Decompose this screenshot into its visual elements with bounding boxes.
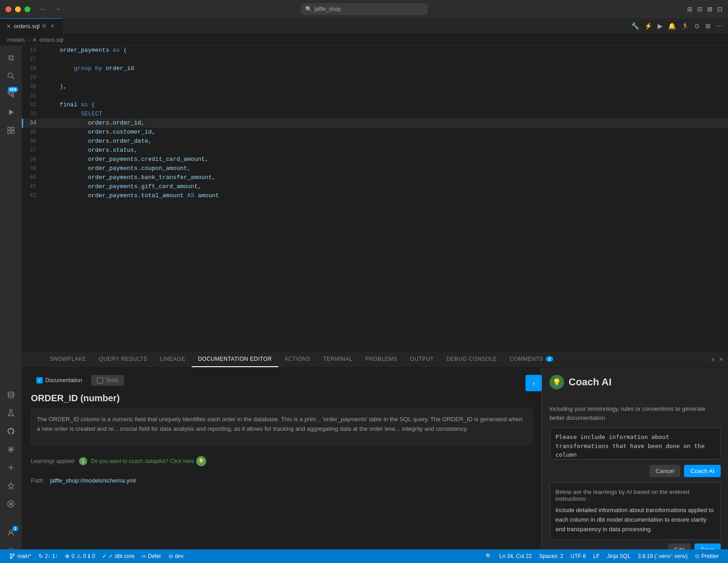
svg-rect-9: [8, 131, 10, 134]
account-icon[interactable]: 1: [3, 525, 19, 541]
file-tab-orders-sql[interactable]: ✕ orders.sql M ✕: [0, 18, 63, 34]
status-errors[interactable]: ⊗ 0 ⚠ 0 ℹ 0: [61, 549, 99, 563]
status-line-ending[interactable]: LF: [589, 549, 603, 563]
run-icon[interactable]: ▶: [658, 22, 663, 30]
status-dbt[interactable]: ✓ ✓ dbt core: [99, 549, 138, 563]
database-icon[interactable]: [3, 387, 19, 403]
more-icon[interactable]: ⋯: [716, 22, 723, 30]
branch-icon[interactable]: ⚡: [644, 22, 652, 30]
title-search[interactable]: 🔍 jaffle_shop: [301, 3, 428, 15]
panel-tab-comments[interactable]: COMMENTS 2: [503, 351, 560, 367]
tests-check-icon: [97, 377, 103, 384]
coach-ai-button[interactable]: Coach AI: [684, 465, 721, 477]
split-editor-icon[interactable]: ⊞: [687, 5, 693, 13]
nav-forward-icon[interactable]: →: [54, 5, 61, 13]
coach-ai-title: Coach AI: [569, 376, 612, 388]
status-spaces[interactable]: Spaces: 2: [535, 549, 567, 563]
nav-arrows: ← →: [40, 5, 61, 13]
files-icon[interactable]: ⧉: [3, 50, 19, 66]
grid-icon[interactable]: ⊡: [717, 5, 723, 13]
cancel-button[interactable]: Cancel: [649, 465, 680, 477]
panel-tab-output[interactable]: OUTPUT: [404, 351, 440, 367]
path-row: Path: jaffle_shop://models/schema.yml: [31, 477, 532, 484]
extensions-icon[interactable]: [3, 122, 19, 139]
search-icon[interactable]: [3, 68, 19, 84]
status-zoom[interactable]: 🔍: [482, 549, 496, 563]
panel-tab-lineage[interactable]: LINEAGE: [154, 351, 192, 367]
source-control-icon[interactable]: 559: [3, 86, 19, 102]
tests-button[interactable]: Tests: [91, 375, 124, 386]
coach-buttons: Cancel Coach AI: [550, 465, 721, 477]
doc-controls: ✓ Documentation Tests: [31, 375, 532, 386]
code-lines: 15 order_payments as ( 27 28 group by or…: [22, 46, 728, 200]
circle-icon[interactable]: ⊙: [694, 22, 700, 30]
column-description[interactable]: The ORDER_ID column is a numeric field t…: [31, 409, 532, 445]
coach-ai-panel: 💡 Coach AI including your terminology, r…: [542, 368, 728, 563]
comments-badge: 2: [546, 356, 553, 362]
column-title: ORDER_ID (number): [31, 393, 532, 404]
path-value: jaffle_shop://models/schema.yml: [50, 477, 135, 484]
minimize-button[interactable]: [15, 6, 21, 12]
close-button[interactable]: [5, 6, 11, 12]
run2-icon[interactable]: 🏃: [681, 22, 689, 30]
learnings-count: 1: [79, 457, 87, 465]
layout2-icon[interactable]: ⊠: [707, 5, 713, 13]
coach-info-text: including your terminology, rules or con…: [550, 404, 721, 422]
grid2-icon[interactable]: ⊞: [705, 22, 711, 30]
learnings-bar: Learnings applied: 1 Do you want to coac…: [31, 453, 532, 470]
panel-close-icon[interactable]: ✕: [719, 356, 723, 363]
alert-icon[interactable]: 🔔: [668, 22, 676, 30]
panel-tab-actions[interactable]: ACTIONS: [278, 351, 317, 367]
panel-collapse-icon[interactable]: ∧: [711, 356, 715, 363]
tests-label: Tests: [106, 377, 119, 384]
starburst-icon[interactable]: [3, 478, 19, 494]
breadcrumb-file[interactable]: orders.sql: [40, 37, 64, 43]
code-line-41: 41 order_payments.gift_card_amount,: [22, 182, 728, 191]
panel-tab-problems[interactable]: PROBLEMS: [359, 351, 404, 367]
breadcrumb-models[interactable]: models: [7, 37, 25, 43]
status-bar: main* ↻ 2↓ 1↑ ⊗ 0 ⚠ 0 ℹ 0 ✓ ✓ dbt core ⇨…: [0, 549, 728, 563]
github-icon[interactable]: [3, 423, 19, 439]
status-language[interactable]: Jinja SQL: [603, 549, 634, 563]
status-formatter[interactable]: ⊙ Prettier: [691, 549, 723, 563]
nav-back-icon[interactable]: ←: [40, 5, 47, 13]
breadcrumb: models › ✕ orders.sql: [0, 34, 728, 46]
panel-tab-snowflake[interactable]: SNOWFLAKE: [44, 351, 93, 367]
tab-close-button[interactable]: ✕: [49, 23, 56, 30]
status-encoding[interactable]: UTF-8: [567, 549, 589, 563]
documentation-button[interactable]: ✓ Documentation: [31, 375, 88, 386]
code-editor[interactable]: 15 order_payments as ( 27 28 group by or…: [22, 46, 728, 351]
account-badge: 1: [12, 526, 18, 531]
status-defer[interactable]: ⇨ Defer: [138, 549, 165, 563]
status-env[interactable]: ⊙ dev: [165, 549, 187, 563]
code-line-40: 40 order_payments.bank_transfer_amount,: [22, 173, 728, 182]
datapilot-icon[interactable]: [3, 496, 19, 512]
svg-point-3: [12, 95, 14, 97]
wrench-icon[interactable]: 🔧: [631, 22, 639, 30]
status-version[interactable]: 3.9.19 ('.venv': venv): [634, 549, 691, 563]
code-line-15: 15 order_payments as (: [22, 46, 728, 55]
plugin-icon1[interactable]: [3, 459, 19, 476]
maximize-button[interactable]: [25, 6, 30, 12]
run-debug-icon[interactable]: [3, 104, 19, 120]
toggle-coach-ai-button-container: ›: [525, 375, 542, 391]
layout-icon[interactable]: ⊟: [697, 5, 703, 13]
sync-text: 2↓ 1↑: [45, 553, 58, 559]
snowflake-icon[interactable]: [3, 441, 19, 458]
status-cursor[interactable]: Ln 34, Col 22: [496, 549, 535, 563]
coach-textarea[interactable]: Please include information about transfo…: [550, 428, 721, 459]
toggle-coach-ai-button[interactable]: ›: [525, 375, 542, 391]
flask-icon[interactable]: [3, 405, 19, 421]
warnings-count: 0: [83, 553, 86, 559]
svg-line-1: [12, 77, 15, 80]
info-icon: ℹ: [88, 553, 90, 559]
panel-tab-doc-editor[interactable]: DOCUMENTATION EDITOR: [192, 351, 278, 367]
status-sync[interactable]: ↻ 2↓ 1↑: [35, 549, 62, 563]
panel-tab-debug[interactable]: DEBUG CONSOLE: [440, 351, 503, 367]
coach-link-text: Do you want to coach datapilot? Click he…: [91, 458, 194, 464]
panel-tab-query-results[interactable]: QUERY RESULTS: [93, 351, 154, 367]
search-icon: 🔍: [305, 6, 312, 12]
panel-tab-terminal[interactable]: TERMINAL: [317, 351, 359, 367]
coach-datapilot-link[interactable]: Do you want to coach datapilot? Click he…: [91, 456, 206, 466]
status-branch[interactable]: main*: [5, 549, 35, 563]
